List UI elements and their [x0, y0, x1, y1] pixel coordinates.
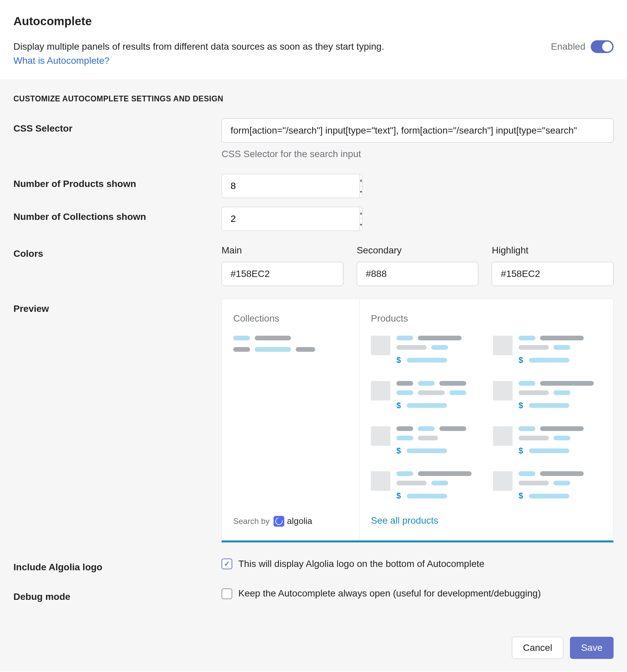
- include-logo-label: Include Algolia logo: [14, 557, 221, 574]
- preview-products-heading: Products: [371, 312, 602, 326]
- collections-shown-label: Number of Collections shown: [14, 207, 221, 231]
- debug-mode-checkbox[interactable]: [221, 589, 232, 599]
- learn-more-link[interactable]: What is Autocomplete?: [14, 55, 110, 66]
- preview-product-card: $: [371, 336, 480, 366]
- secondary-color-label: Secondary: [357, 244, 479, 258]
- preview-product-card: $: [493, 336, 602, 366]
- highlight-color-input[interactable]: [492, 262, 613, 286]
- preview-collections-heading: Collections: [233, 312, 348, 326]
- collections-shown-input[interactable]: [221, 207, 360, 231]
- products-shown-input[interactable]: [221, 174, 360, 198]
- preview-collection-skeleton: [233, 336, 348, 359]
- css-selector-label: CSS Selector: [14, 119, 221, 161]
- secondary-color-input[interactable]: [357, 262, 479, 286]
- products-shown-increment[interactable]: ▴: [360, 174, 362, 186]
- main-color-input[interactable]: [221, 262, 343, 286]
- preview-product-card: $: [371, 471, 480, 502]
- settings-header: Autocomplete Display multiple panels of …: [0, 0, 627, 79]
- preview-products-grid: $ $: [371, 336, 602, 502]
- css-selector-help: CSS Selector for the search input: [221, 147, 613, 161]
- algolia-icon: [273, 516, 284, 527]
- debug-mode-label: Debug mode: [14, 587, 221, 604]
- products-shown-decrement[interactable]: ▾: [360, 186, 362, 198]
- preview-product-card: $: [493, 381, 602, 411]
- enabled-toggle[interactable]: [591, 40, 613, 53]
- include-logo-checkbox[interactable]: [221, 558, 232, 569]
- include-logo-text: This will display Algolia logo on the bo…: [238, 557, 484, 571]
- products-shown-label: Number of Products shown: [14, 174, 221, 198]
- see-all-products-link[interactable]: See all products: [371, 514, 602, 528]
- algolia-logo: algolia: [273, 515, 312, 528]
- colors-label: Colors: [14, 244, 221, 286]
- page-title: Autocomplete: [14, 13, 613, 30]
- collections-shown-increment[interactable]: ▴: [360, 207, 362, 219]
- preview-product-card: $: [371, 381, 480, 411]
- section-heading: CUSTOMIZE AUTOCOMPLETE SETTINGS AND DESI…: [14, 93, 613, 104]
- search-by-label: Search by: [233, 515, 269, 527]
- preview-product-card: $: [493, 426, 602, 457]
- css-selector-input[interactable]: [221, 119, 613, 143]
- preview-product-card: $: [493, 471, 602, 502]
- preview-label: Preview: [14, 299, 221, 542]
- preview-panel: Collections: [221, 299, 613, 542]
- collections-shown-decrement[interactable]: ▾: [360, 219, 362, 231]
- cancel-button[interactable]: Cancel: [512, 637, 563, 659]
- page-description: Display multiple panels of results from …: [14, 40, 384, 54]
- debug-mode-text: Keep the Autocomplete always open (usefu…: [238, 587, 541, 600]
- highlight-color-label: Highlight: [492, 244, 613, 258]
- preview-product-card: $: [371, 426, 480, 457]
- enabled-label: Enabled: [551, 40, 585, 54]
- save-button[interactable]: Save: [570, 637, 613, 659]
- main-color-label: Main: [221, 244, 343, 258]
